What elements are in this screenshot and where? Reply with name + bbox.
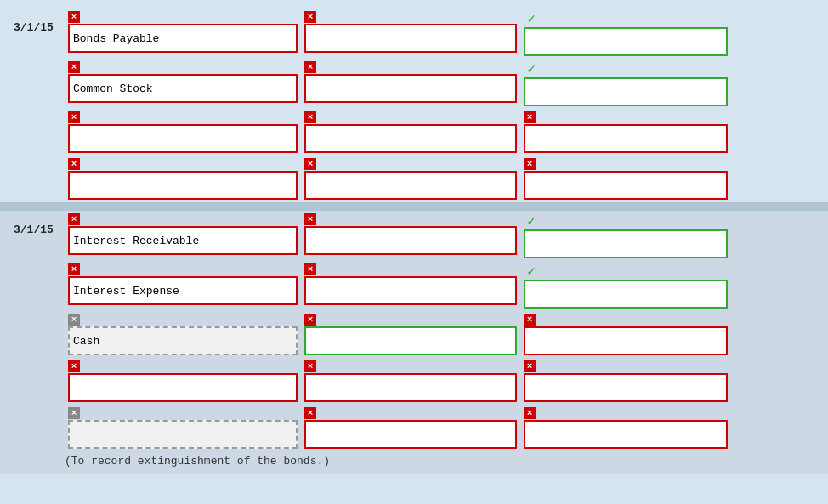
cell-9-2: × — [304, 407, 517, 449]
cell-1-2: × — [304, 11, 517, 53]
x-icon-4-3[interactable]: × — [524, 158, 536, 170]
x-icon-5-1[interactable]: × — [68, 213, 80, 225]
cell-7-3: × — [524, 314, 728, 355]
date-empty-2 — [14, 111, 68, 122]
x-icon-9-2[interactable]: × — [304, 407, 316, 419]
input-9-3[interactable] — [524, 420, 728, 449]
input-4-1[interactable] — [68, 171, 298, 200]
x-icon-9-1[interactable]: × — [68, 407, 80, 419]
x-icon-4-2[interactable]: × — [304, 158, 316, 170]
cell-1-1: × — [68, 11, 298, 53]
x-icon-3-3[interactable]: × — [524, 111, 536, 123]
input-interest-receivable[interactable] — [68, 226, 298, 255]
cell-6-3: ✓ — [524, 263, 728, 309]
input-1-2[interactable] — [304, 24, 517, 53]
input-9-2[interactable] — [304, 420, 517, 449]
cell-1-3: ✓ — [524, 11, 728, 56]
x-icon-2-2[interactable]: × — [304, 61, 316, 73]
x-icon-6-2[interactable]: × — [304, 263, 316, 275]
x-icon-7-3[interactable]: × — [524, 314, 536, 326]
main-container: 3/1/15 × × — [0, 0, 828, 483]
x-icon-1-1[interactable]: × — [68, 11, 80, 23]
row-9: × × × — [9, 405, 819, 451]
input-common-stock[interactable] — [68, 74, 298, 103]
date-empty-6 — [14, 360, 68, 371]
cell-4-1: × — [68, 158, 298, 200]
x-icon-5-2[interactable]: × — [304, 213, 316, 225]
input-8-3[interactable] — [524, 373, 728, 402]
check-icon-2-3[interactable]: ✓ — [524, 61, 539, 76]
date-empty-5 — [14, 314, 68, 324]
cell-4-3: × — [524, 158, 728, 200]
cell-8-3: × — [524, 360, 728, 402]
input-3-2[interactable] — [304, 124, 517, 153]
cell-8-1: × — [68, 360, 298, 402]
check-icon-1-3[interactable]: ✓ — [524, 11, 539, 26]
x-icon-4-1[interactable]: × — [68, 158, 80, 170]
input-4-3[interactable] — [524, 171, 728, 200]
row-cash: × × × — [9, 311, 819, 358]
x-icon-1-2[interactable]: × — [304, 11, 316, 23]
input-6-3[interactable] — [524, 280, 728, 309]
cell-3-2: × — [304, 111, 517, 153]
cell-9-1: × — [68, 407, 298, 449]
cell-7-1: × — [68, 314, 298, 355]
x-icon-8-1[interactable]: × — [68, 360, 80, 372]
input-8-2[interactable] — [304, 373, 517, 402]
input-7-3[interactable] — [524, 326, 728, 355]
section-1: 3/1/15 × × — [9, 8, 819, 202]
date-empty-3 — [14, 158, 68, 168]
row-4: × × × — [9, 156, 819, 202]
x-icon-9-3[interactable]: × — [524, 407, 536, 419]
row-interest-expense: × × ✓ — [9, 261, 819, 311]
input-interest-expense[interactable] — [68, 276, 298, 305]
input-5-3[interactable] — [524, 229, 728, 258]
input-2-2[interactable] — [304, 74, 517, 103]
date-label-1: 3/1/15 — [14, 11, 68, 34]
cell-2-3: ✓ — [524, 61, 728, 106]
cell-5-1: × — [68, 213, 298, 255]
input-9-1[interactable] — [68, 420, 298, 449]
row-common-stock: × × ✓ — [9, 59, 819, 109]
date-empty-1 — [14, 61, 68, 71]
x-icon-8-3[interactable]: × — [524, 360, 536, 372]
cell-6-2: × — [304, 263, 517, 305]
check-icon-5-3[interactable]: ✓ — [524, 213, 539, 229]
section-2: 3/1/15 × × ✓ — [0, 211, 828, 474]
cell-2-2: × — [304, 61, 517, 103]
x-icon-7-2[interactable]: × — [304, 314, 316, 326]
input-5-2[interactable] — [304, 226, 517, 255]
input-7-2[interactable] — [304, 326, 517, 355]
x-icon-7-1[interactable]: × — [68, 314, 80, 326]
cell-9-3: × — [524, 407, 728, 449]
input-cash[interactable] — [68, 326, 298, 355]
note-text: (To record extinguishment of the bonds.) — [9, 451, 819, 474]
cell-5-2: × — [304, 213, 517, 255]
section-divider — [0, 202, 828, 211]
cell-5-3: ✓ — [524, 213, 728, 258]
input-bonds-payable[interactable] — [68, 24, 298, 53]
cell-2-1: × — [68, 61, 298, 103]
input-3-1[interactable] — [68, 124, 298, 153]
input-8-1[interactable] — [68, 373, 298, 402]
cell-6-1: × — [68, 263, 298, 305]
x-icon-2-1[interactable]: × — [68, 61, 80, 73]
input-6-2[interactable] — [304, 276, 517, 305]
input-3-3[interactable] — [524, 124, 728, 153]
cell-3-3: × — [524, 111, 728, 153]
input-4-2[interactable] — [304, 171, 517, 200]
x-icon-3-1[interactable]: × — [68, 111, 80, 123]
input-1-3[interactable] — [524, 27, 728, 56]
x-icon-8-2[interactable]: × — [304, 360, 316, 372]
x-icon-6-1[interactable]: × — [68, 263, 80, 275]
cell-3-1: × — [68, 111, 298, 153]
input-2-3[interactable] — [524, 77, 728, 106]
row-interest-receivable: 3/1/15 × × ✓ — [9, 211, 819, 261]
row-3: × × × — [9, 109, 819, 156]
cell-4-2: × — [304, 158, 517, 200]
row-bonds-payable: 3/1/15 × × — [9, 8, 819, 59]
check-icon-6-3[interactable]: ✓ — [524, 263, 539, 279]
cell-8-2: × — [304, 360, 517, 402]
date-empty-7 — [14, 407, 68, 417]
x-icon-3-2[interactable]: × — [304, 111, 316, 123]
